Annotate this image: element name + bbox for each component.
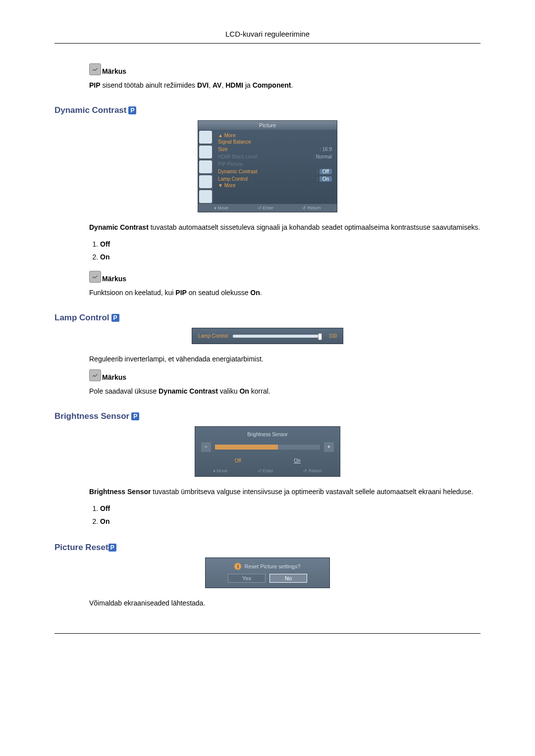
lamp-slider [233, 335, 322, 338]
osd-icon [199, 175, 212, 188]
osd-lamp-control: Lamp Control 100 [192, 328, 343, 344]
osd-icon [199, 190, 212, 203]
heading-lamp-control: Lamp Control P [54, 313, 481, 323]
osd-icon [199, 131, 212, 144]
option-on: On [100, 515, 481, 528]
reset-message: iReset Picture settings? [211, 563, 324, 574]
dynamic-contrast-options: Off On [89, 238, 481, 263]
note-label: Märkus [102, 373, 126, 381]
osd-item: Dynamic Contrast: Off [218, 168, 332, 175]
page-header: LCD-kuvari reguleerimine [54, 30, 481, 44]
note-label: Märkus [102, 275, 126, 283]
osd-icon [199, 146, 212, 158]
brightness-sensor-desc: Brightness Sensor tuvastab ümbritseva va… [89, 487, 481, 497]
dynamic-contrast-note: Funktsioon on keelatud, kui PIP on seatu… [89, 288, 481, 298]
info-icon: i [234, 563, 241, 570]
osd-item: HDMI Black Level: Normal [218, 153, 332, 160]
heading-brightness-sensor: Brightness Sensor P [54, 411, 481, 421]
osd-footer: ♦ Move ⏎ Enter ↺ Return [198, 466, 337, 473]
brightness-sensor-options: Off On [89, 502, 481, 528]
plus-button: + [324, 442, 334, 452]
osd-picture-reset: iReset Picture settings? Yes No [205, 557, 330, 588]
note-icon [89, 271, 101, 283]
lamp-control-note: Pole saadaval üksuse Dynamic Contrast va… [89, 386, 481, 397]
osd-item: Signal Balance [218, 138, 332, 146]
note-block: Märkus [89, 369, 481, 381]
osd-item: Size: 16:9 [218, 146, 332, 153]
osd-picture-menu: Picture ▲ More Signal Balance Size: 16:9… [198, 120, 337, 212]
no-button: No [269, 574, 307, 583]
note-block: Märkus [89, 63, 481, 75]
minus-button: − [201, 442, 211, 452]
p-icon: P [131, 412, 139, 420]
note-icon [89, 63, 101, 75]
yes-button: Yes [228, 574, 266, 583]
p-icon: P [108, 544, 116, 552]
page-title: LCD-kuvari reguleerimine [225, 30, 310, 38]
brightness-bar [215, 445, 320, 450]
pip-note-text: PIP sisend töötab ainult režiimides DVI,… [89, 80, 481, 91]
osd-side-icons [198, 130, 213, 204]
osd-footer: ♦ Move ⏎ Enter ↺ Return [198, 204, 337, 212]
note-block: Märkus [89, 271, 481, 283]
p-icon: P [128, 106, 136, 114]
note-icon [89, 369, 101, 381]
off-option: Off [234, 458, 241, 463]
osd-item: Lamp Control: On [218, 175, 332, 183]
dynamic-contrast-desc: Dynamic Contrast tuvastab automaatselt s… [89, 222, 481, 233]
picture-reset-desc: Võimaldab ekraaniseaded lähtestada. [89, 598, 481, 608]
p-icon: P [111, 314, 119, 322]
osd-icon [199, 160, 212, 173]
osd-item: PIP Picture [218, 160, 332, 168]
heading-picture-reset: Picture ResetP [54, 543, 481, 553]
option-off: Off [100, 238, 481, 251]
osd-brightness-sensor: Brightness Sensor − + Off On ♦ Move ⏎ En… [195, 426, 340, 477]
on-option: On [294, 458, 300, 463]
footer-rule [54, 633, 481, 634]
option-on: On [100, 251, 481, 263]
heading-dynamic-contrast: Dynamic Contrast P [54, 105, 481, 115]
lamp-control-desc: Reguleerib inverterlampi, et vähendada e… [89, 354, 481, 364]
note-label: Märkus [102, 67, 126, 75]
option-off: Off [100, 502, 481, 515]
